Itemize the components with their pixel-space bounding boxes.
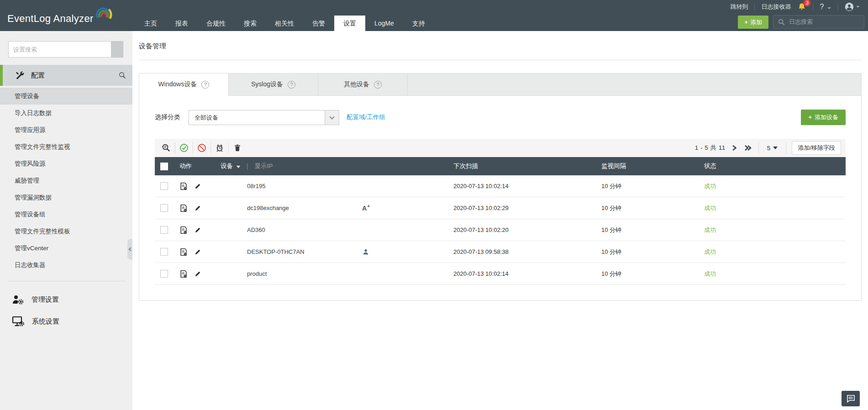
section-search-icon[interactable]	[119, 72, 126, 79]
device-report-settings-button[interactable]	[179, 204, 188, 212]
divider	[175, 142, 175, 153]
feedback-chat-button[interactable]	[842, 391, 860, 406]
header-add-button[interactable]: +添加	[738, 16, 768, 29]
monitor-interval-value: 10 分钟	[595, 248, 698, 256]
tab-label: 其他设备	[344, 80, 369, 89]
device-report-settings-button[interactable]	[179, 182, 188, 190]
status-badge: 成功	[698, 204, 846, 212]
next-page-button[interactable]	[730, 145, 738, 151]
help-icon[interactable]: ?	[374, 81, 382, 89]
sidebar-item-manage-risk-sources[interactable]: 管理风险源	[0, 155, 132, 172]
edit-device-button[interactable]	[195, 183, 201, 189]
divider	[758, 142, 759, 153]
pencil-icon	[195, 205, 201, 211]
row-checkbox[interactable]	[160, 248, 168, 256]
sidebar-item-system-settings[interactable]: 系统设置	[0, 310, 132, 332]
header-utility-bar: 跳转到 日志接收器 3 ?	[730, 0, 860, 14]
device-report-settings-button[interactable]	[179, 248, 188, 256]
nav-item-logme[interactable]: LogMe	[365, 16, 403, 31]
device-type-tabs: Windows设备 ? Syslog设备 ? 其他设备 ?	[139, 74, 861, 96]
row-checkbox[interactable]	[160, 226, 168, 234]
sidebar-item-manage-vcenter[interactable]: 管理vCenter	[0, 240, 132, 257]
nav-item-home[interactable]: 主页	[135, 16, 166, 31]
configure-domain-workgroup-link[interactable]: 配置域/工作组	[347, 113, 385, 121]
next-scan-value: 2020-07-13 10:02:20	[447, 226, 595, 233]
edit-device-button[interactable]	[195, 270, 201, 277]
header-add-label: 添加	[750, 19, 762, 26]
category-select[interactable]: 全部设备	[189, 110, 339, 125]
ban-icon	[197, 143, 206, 152]
tab-syslog-devices[interactable]: Syslog设备 ?	[229, 74, 318, 95]
sort-desc-icon[interactable]	[237, 166, 240, 168]
help-menu-button[interactable]: ?	[820, 3, 831, 11]
user-menu-button[interactable]	[844, 2, 860, 12]
settings-sidebar: 配置 管理设备 导入日志数据 管理应用源 管理文件完整性监视 管理风险源 威胁管…	[0, 31, 132, 410]
device-name: dc198exchange	[221, 205, 358, 211]
nav-item-compliance[interactable]: 合规性	[197, 16, 235, 31]
sidebar-collapse-handle[interactable]	[127, 239, 132, 260]
sidebar-item-threat-management[interactable]: 威胁管理	[0, 172, 132, 189]
chevron-left-icon	[128, 247, 132, 251]
edit-device-button[interactable]	[195, 226, 201, 233]
divider	[754, 3, 755, 11]
tab-other-devices[interactable]: 其他设备 ?	[318, 74, 408, 95]
settings-search-go-button[interactable]	[111, 41, 123, 58]
sidebar-item-log-collector[interactable]: 日志收集器	[0, 257, 132, 273]
pencil-icon	[195, 270, 201, 277]
sidebar-section-configuration[interactable]: 配置	[0, 65, 132, 86]
pencil-icon	[195, 226, 201, 233]
tools-icon	[15, 70, 25, 80]
schedule-scan-button[interactable]	[212, 142, 227, 153]
page-size-select[interactable]: 5	[764, 145, 781, 152]
row-checkbox[interactable]	[160, 204, 168, 212]
select-all-checkbox[interactable]	[160, 163, 168, 170]
chat-icon	[846, 394, 855, 403]
divider	[786, 142, 786, 153]
nav-item-settings[interactable]: 设置	[334, 16, 365, 31]
nav-item-search[interactable]: 搜索	[235, 16, 266, 31]
disable-button[interactable]	[194, 142, 210, 153]
log-receiver-link[interactable]: 日志接收器	[761, 3, 791, 11]
sidebar-search	[8, 41, 123, 58]
settings-search-input[interactable]	[8, 41, 111, 58]
pick-devices-button[interactable]	[158, 142, 174, 153]
nav-item-alerts[interactable]: 告警	[303, 16, 334, 31]
sidebar-item-manage-fim-templates[interactable]: 管理文件完整性模板	[0, 223, 132, 240]
add-device-button[interactable]: +添加设备	[801, 110, 846, 125]
monitor-interval-value: 10 分钟	[595, 226, 698, 234]
sidebar-item-import-log-data[interactable]: 导入日志数据	[0, 105, 132, 121]
plus-icon: +	[744, 19, 748, 26]
sidebar-item-admin-settings[interactable]: 管理设置	[0, 289, 132, 310]
sidebar-item-manage-device-groups[interactable]: 管理设备组	[0, 206, 132, 223]
log-search-box[interactable]: 日志搜索	[773, 15, 864, 29]
sidebar-item-manage-app-sources[interactable]: 管理应用源	[0, 121, 132, 138]
enable-button[interactable]	[176, 142, 192, 153]
edit-device-button[interactable]	[195, 248, 201, 255]
nav-item-correlation[interactable]: 相关性	[266, 16, 303, 31]
device-name: 08r195	[221, 183, 358, 189]
help-icon[interactable]: ?	[201, 81, 209, 89]
category-label: 选择分类	[155, 113, 180, 121]
user-gear-icon	[12, 294, 24, 305]
next-scan-value: 2020-07-13 10:02:14	[447, 270, 595, 277]
device-report-settings-button[interactable]	[179, 270, 188, 278]
notifications-button[interactable]: 3	[797, 2, 806, 11]
sidebar-item-manage-devices[interactable]: 管理设备	[0, 88, 132, 105]
edit-device-button[interactable]	[195, 205, 201, 211]
sidebar-item-manage-fim[interactable]: 管理文件完整性监视	[0, 138, 132, 155]
column-device-sort[interactable]: 设备	[221, 162, 233, 170]
chevron-down-icon	[329, 114, 334, 119]
device-report-settings-button[interactable]	[179, 226, 188, 234]
jump-to-link[interactable]: 跳转到	[730, 3, 748, 11]
tab-windows-devices[interactable]: Windows设备 ?	[139, 74, 229, 96]
sidebar-item-manage-vulnerability-data[interactable]: 管理漏洞数据	[0, 189, 132, 206]
last-page-button[interactable]	[743, 145, 753, 151]
row-checkbox[interactable]	[160, 182, 168, 190]
help-icon[interactable]: ?	[288, 81, 295, 89]
add-remove-fields-button[interactable]: 添加/移除字段	[792, 141, 841, 155]
row-checkbox[interactable]	[160, 270, 168, 278]
delete-button[interactable]	[230, 142, 245, 153]
nav-item-reports[interactable]: 报表	[166, 16, 197, 31]
divider	[193, 142, 193, 153]
nav-item-support[interactable]: 支持	[403, 16, 434, 31]
